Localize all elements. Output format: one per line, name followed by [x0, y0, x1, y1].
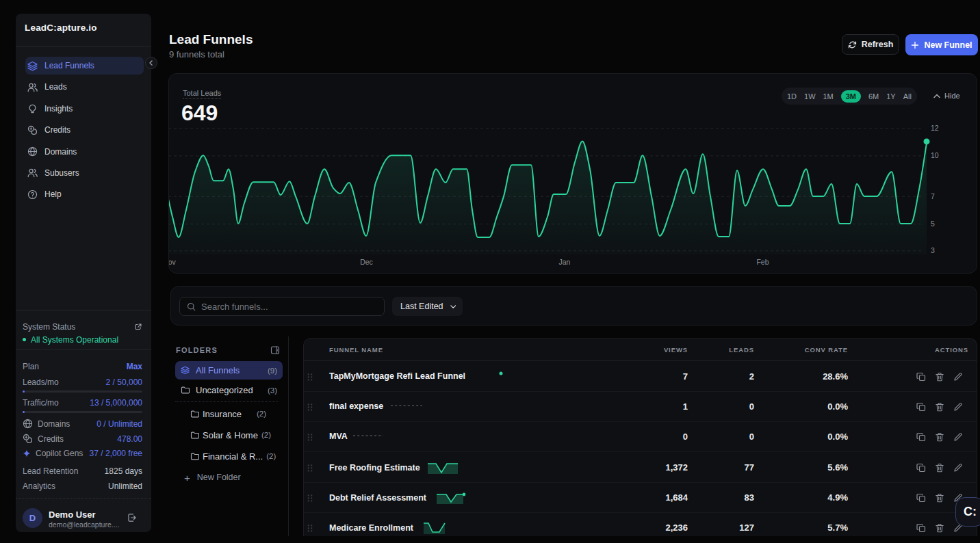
svg-text:Nov: Nov: [168, 258, 177, 266]
svg-text:7: 7: [931, 192, 935, 200]
svg-text:12: 12: [931, 124, 939, 132]
svg-text:Dec: Dec: [360, 258, 373, 266]
svg-text:Jan: Jan: [559, 258, 571, 266]
svg-text:3: 3: [931, 246, 935, 254]
svg-text:Feb: Feb: [756, 258, 769, 266]
svg-text:5: 5: [931, 220, 935, 228]
svg-text:10: 10: [931, 151, 939, 159]
